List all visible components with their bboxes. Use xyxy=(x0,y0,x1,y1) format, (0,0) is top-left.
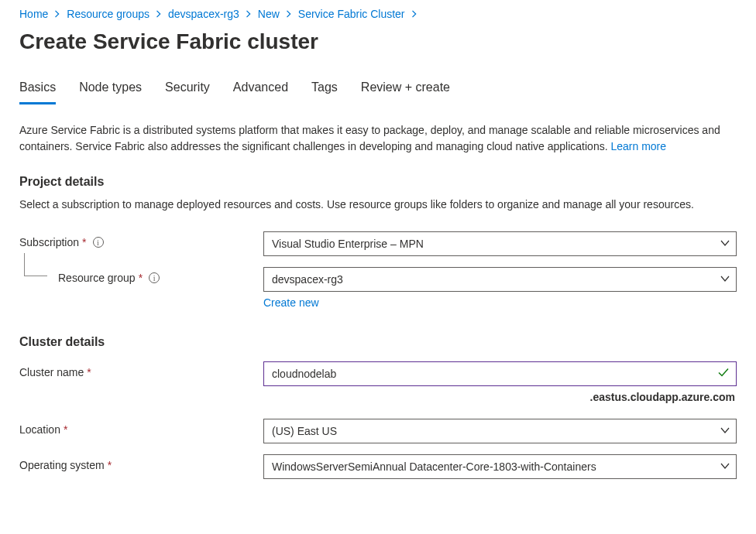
cluster-name-label-text: Cluster name xyxy=(19,366,84,378)
required-indicator: * xyxy=(64,423,67,436)
chevron-down-icon xyxy=(720,238,730,250)
cluster-name-input[interactable]: cloudnodelab xyxy=(263,361,737,386)
chevron-right-icon xyxy=(286,10,292,18)
tab-advanced[interactable]: Advanced xyxy=(233,76,288,104)
subscription-label: Subscription * i xyxy=(19,231,263,248)
resource-group-label-text: Resource group xyxy=(58,272,136,284)
operating-system-label: Operating system * xyxy=(19,454,263,471)
cluster-details-heading: Cluster details xyxy=(19,335,737,349)
project-details-desc: Select a subscription to manage deployed… xyxy=(19,197,737,213)
tab-tags[interactable]: Tags xyxy=(311,76,338,104)
required-indicator: * xyxy=(87,366,91,378)
subscription-label-text: Subscription xyxy=(19,236,79,248)
create-new-link[interactable]: Create new xyxy=(263,296,319,309)
location-select[interactable]: (US) East US xyxy=(263,419,737,443)
chevron-down-icon xyxy=(720,273,730,286)
operating-system-label-text: Operating system xyxy=(19,459,105,471)
info-icon[interactable]: i xyxy=(149,272,160,283)
chevron-right-icon xyxy=(54,10,60,18)
tab-node-types[interactable]: Node types xyxy=(79,76,142,104)
subscription-value: Visual Studio Enterprise – MPN xyxy=(272,238,424,250)
chevron-right-icon xyxy=(156,10,162,18)
required-indicator: * xyxy=(82,236,86,248)
operating-system-row: Operating system * WindowsServerSemiAnnu… xyxy=(19,454,737,479)
cluster-name-value: cloudnodelab xyxy=(272,368,336,380)
learn-more-link[interactable]: Learn more xyxy=(610,140,666,152)
dns-suffix: .eastus.cloudapp.azure.com xyxy=(263,391,737,403)
breadcrumb-new[interactable]: New xyxy=(258,8,280,20)
chevron-right-icon xyxy=(246,10,252,18)
operating-system-select[interactable]: WindowsServerSemiAnnual Datacenter-Core-… xyxy=(263,454,737,479)
resource-group-label: Resource group * i xyxy=(19,267,263,284)
intro-text: Azure Service Fabric is a distributed sy… xyxy=(19,122,737,155)
breadcrumb-home[interactable]: Home xyxy=(19,8,48,20)
location-label: Location * xyxy=(19,419,263,436)
hierarchy-elbow-icon xyxy=(24,253,47,276)
resource-group-select[interactable]: devspacex-rg3 xyxy=(263,267,737,292)
subscription-row: Subscription * i Visual Studio Enterpris… xyxy=(19,231,737,256)
cluster-name-label: Cluster name * xyxy=(19,361,263,378)
subscription-select[interactable]: Visual Studio Enterprise – MPN xyxy=(263,231,737,256)
required-indicator: * xyxy=(139,272,143,284)
breadcrumb-service-fabric-cluster[interactable]: Service Fabric Cluster xyxy=(298,8,405,20)
resource-group-row: Resource group * i devspacex-rg3 Create … xyxy=(19,267,737,309)
location-row: Location * (US) East US xyxy=(19,419,737,443)
checkmark-icon xyxy=(717,367,730,382)
tab-strip: Basics Node types Security Advanced Tags… xyxy=(19,76,737,105)
page-title: Create Service Fabric cluster xyxy=(19,29,737,54)
chevron-right-icon xyxy=(411,10,418,18)
breadcrumb-resource-groups[interactable]: Resource groups xyxy=(67,8,149,20)
resource-group-value: devspacex-rg3 xyxy=(272,273,343,286)
location-value: (US) East US xyxy=(272,425,337,437)
tab-security[interactable]: Security xyxy=(165,76,210,104)
location-label-text: Location xyxy=(19,423,60,436)
operating-system-value: WindowsServerSemiAnnual Datacenter-Core-… xyxy=(272,460,596,473)
breadcrumb-devspacex-rg3[interactable]: devspacex-rg3 xyxy=(168,8,239,20)
project-details-heading: Project details xyxy=(19,175,737,189)
info-icon[interactable]: i xyxy=(93,237,104,248)
cluster-name-row: Cluster name * cloudnodelab .eastus.clou… xyxy=(19,361,737,403)
chevron-down-icon xyxy=(720,460,730,473)
breadcrumb: Home Resource groups devspacex-rg3 New S… xyxy=(19,8,737,20)
tab-review-create[interactable]: Review + create xyxy=(361,76,450,104)
required-indicator: * xyxy=(108,459,112,471)
chevron-down-icon xyxy=(720,425,730,437)
tab-basics[interactable]: Basics xyxy=(19,76,56,104)
